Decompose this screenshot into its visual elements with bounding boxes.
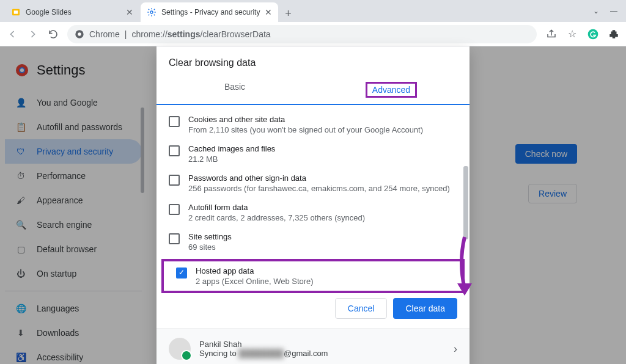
new-tab-button[interactable]: +: [279, 5, 296, 22]
slides-icon: [11, 7, 21, 17]
browser-tab-slides[interactable]: Google Slides ✕: [5, 2, 139, 22]
tab-strip: Google Slides ✕ Settings - Privacy and s…: [0, 0, 626, 22]
extensions-icon[interactable]: [608, 28, 620, 40]
dialog-actions: Cancel Clear data: [156, 288, 470, 329]
checkbox[interactable]: [169, 145, 180, 156]
minimize-icon[interactable]: —: [610, 7, 617, 15]
browser-toolbar: Chrome | chrome://settings/clearBrowserD…: [0, 22, 626, 46]
option-hosted-apps[interactable]: Hosted app data2 apps (Excel Online, Web…: [161, 259, 465, 293]
option-site-settings[interactable]: Site settings69 sites: [156, 227, 470, 257]
tab-advanced[interactable]: Advanced: [313, 76, 470, 104]
clear-data-dialog: Clear browsing data Basic Advanced Cooki…: [156, 46, 470, 364]
tab-title: Settings - Privacy and security: [161, 8, 260, 16]
chevron-right-icon: ›: [454, 343, 457, 355]
option-passwords[interactable]: Passwords and other sign-in data256 pass…: [156, 169, 470, 198]
close-icon[interactable]: ✕: [126, 7, 133, 17]
dialog-title: Clear browsing data: [156, 46, 470, 76]
checkbox[interactable]: [169, 233, 180, 244]
window-controls: ⌄ —: [584, 7, 626, 15]
checkbox[interactable]: [169, 204, 180, 215]
option-cache[interactable]: Cached images and files21.2 MB: [156, 139, 470, 169]
svg-point-2: [150, 11, 153, 13]
tab-basic[interactable]: Basic: [156, 76, 313, 104]
chrome-icon: [75, 29, 84, 39]
cancel-button[interactable]: Cancel: [335, 298, 388, 319]
account-row[interactable]: Pankil Shah Syncing to ████████@gmail.co…: [156, 329, 470, 364]
scrollbar[interactable]: [463, 166, 468, 239]
checkbox[interactable]: [169, 175, 180, 186]
svg-rect-1: [14, 10, 18, 13]
gear-icon: [147, 7, 156, 17]
svg-point-4: [78, 32, 81, 35]
reload-icon[interactable]: [48, 29, 59, 40]
omnibox-url: chrome://settings/clearBrowserData: [131, 29, 270, 39]
svg-point-5: [588, 29, 598, 39]
option-cookies[interactable]: Cookies and other site dataFrom 2,110 si…: [156, 110, 470, 139]
avatar: [169, 338, 191, 360]
omnibox[interactable]: Chrome | chrome://settings/clearBrowserD…: [67, 25, 537, 43]
omnibox-prefix: Chrome: [89, 29, 120, 39]
clear-data-button[interactable]: Clear data: [393, 298, 457, 319]
checkbox[interactable]: [169, 116, 180, 127]
account-name: Pankil Shah: [199, 340, 328, 349]
star-icon[interactable]: ☆: [566, 28, 578, 40]
options-list: Cookies and other site dataFrom 2,110 si…: [156, 105, 470, 288]
tab-title: Google Slides: [26, 8, 72, 16]
close-icon[interactable]: ✕: [265, 7, 272, 17]
account-sync: Syncing to ████████@gmail.com: [199, 349, 328, 358]
forward-icon[interactable]: [27, 28, 39, 40]
dialog-tabs: Basic Advanced: [156, 76, 470, 105]
checkbox[interactable]: [176, 268, 187, 278]
browser-tab-settings[interactable]: Settings - Privacy and security ✕: [141, 2, 278, 22]
option-autofill[interactable]: Autofill form data2 credit cards, 2 addr…: [156, 198, 470, 227]
grammarly-icon[interactable]: [587, 28, 599, 40]
chevron-down-icon[interactable]: ⌄: [593, 7, 599, 15]
back-icon[interactable]: [6, 28, 18, 40]
omnibox-sep: |: [125, 29, 127, 39]
share-icon[interactable]: [545, 28, 558, 40]
